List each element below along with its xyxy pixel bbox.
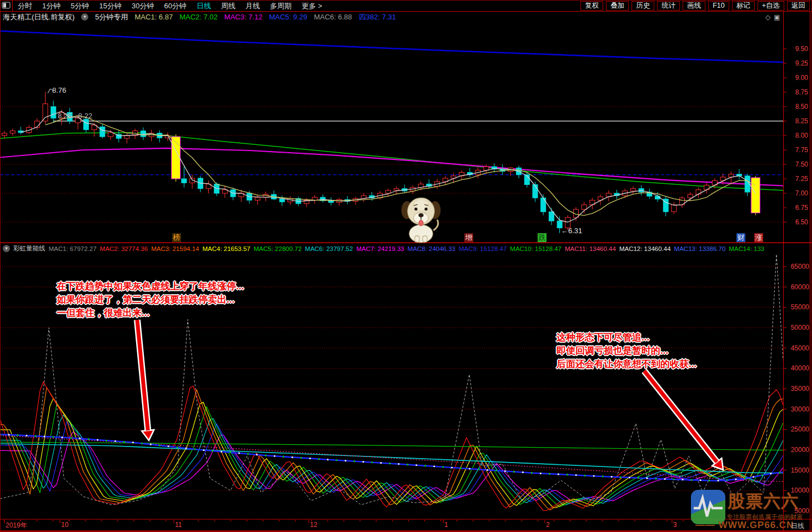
- toolbar-button[interactable]: 历史: [631, 1, 654, 11]
- toolbar-buttons: 复权叠加历史统计画线F10标记+自选返回: [578, 1, 812, 11]
- indicator-value: MAC12: 13460.44: [619, 245, 671, 252]
- toolbar-button[interactable]: 画线: [683, 1, 705, 11]
- volume-axis-label: 50000: [784, 324, 810, 332]
- marquee-char: 财: [736, 233, 745, 242]
- marquee-char: 涨: [754, 233, 763, 242]
- period-tabs: 分时1分钟5分钟15分钟30分钟60分钟日线周线月线多周期更多 >: [13, 0, 327, 11]
- toolbar-button[interactable]: 叠加: [606, 1, 629, 11]
- upper-chart-header: 海天精工(日线.前复权) ▾ 5分钟专用 MAC1: 6.87MAC2: 7.0…: [3, 12, 769, 22]
- annotation-line: 一但套住，很难出来...: [57, 307, 244, 320]
- volume-axis-label: 25000: [784, 425, 810, 433]
- period-corner-label: 日线: [791, 521, 804, 531]
- price-axis-label: 7.75: [785, 146, 810, 154]
- volume-axis-label: 10000: [784, 486, 810, 494]
- price-axis-label: 8.25: [785, 117, 810, 125]
- volume-axis-label: 30000: [784, 405, 810, 413]
- period-tab[interactable]: 5分钟: [66, 1, 94, 11]
- period-tab[interactable]: 更多 >: [297, 1, 327, 11]
- marquee-char: 跌: [538, 233, 547, 242]
- indicator-name: 5分钟专用: [95, 12, 128, 22]
- time-axis-label: 10: [61, 521, 68, 529]
- ma-green-line: [0, 133, 783, 190]
- time-axis: 2019年101112123: [0, 519, 812, 531]
- time-axis-label: 1: [444, 521, 448, 529]
- price-axis-label: 8.75: [785, 88, 810, 96]
- indicator-value: MAC2: 7.02: [179, 13, 218, 21]
- indicator-value: MAC3: 21594.14: [151, 245, 199, 252]
- chevron-down-icon[interactable]: ▾: [3, 245, 10, 252]
- toolbar-button[interactable]: +自选: [758, 1, 784, 11]
- price-axis-label: 8.00: [785, 132, 810, 139]
- volume-axis-label: 15000: [784, 466, 810, 474]
- ma-magenta-line: [0, 148, 783, 186]
- annotation-line: 即使回调亏损也是暂时的...: [557, 344, 696, 358]
- period-tab[interactable]: 30分钟: [127, 1, 159, 11]
- indicator-value: MAC11: 13460.44: [565, 245, 616, 252]
- maximize-icon[interactable]: ▣: [774, 13, 780, 21]
- window-layout-button[interactable]: [0, 1, 13, 11]
- price-axis-label: 7.25: [785, 175, 810, 183]
- indicator-value: MAC1: 6.87: [135, 13, 173, 21]
- price-axis-label: 6.75: [785, 204, 810, 212]
- chevron-down-icon[interactable]: ▾: [81, 13, 88, 21]
- peak-price-label: 8.76: [52, 86, 66, 94]
- time-axis-label: 3: [673, 521, 677, 529]
- indicator-value: MAC7: 24219.33: [356, 245, 404, 252]
- toolbar-button[interactable]: 标记: [732, 1, 755, 11]
- marquee-char: 增: [464, 233, 473, 242]
- indicator-value: MAC6: 23797.52: [305, 245, 353, 252]
- period-tab[interactable]: 分时: [13, 1, 37, 11]
- price-axis-label: 9.50: [785, 45, 810, 53]
- indicator-value: MAC9: 15128.47: [459, 245, 507, 252]
- indicator-value: MAC10: 15128.47: [510, 245, 562, 252]
- volume-axis-label: 35000: [784, 385, 810, 393]
- toolbar-button[interactable]: 统计: [657, 1, 680, 11]
- toolbar-button[interactable]: 复权: [580, 1, 603, 11]
- indicator-value: MAC13: 13386.70: [674, 245, 726, 252]
- period-tab[interactable]: 多周期: [265, 1, 297, 11]
- annotation-line: 后面还会有让你意想不到的收获...: [557, 358, 696, 371]
- annotation-line: 如果你跟进了，第二天必须要挂跌停卖出...: [57, 293, 244, 307]
- right-edge-line: [810, 0, 810, 532]
- magenta-dotted-line: [0, 435, 783, 481]
- price-axis-label: 7.00: [785, 189, 810, 197]
- period-tab[interactable]: 周线: [216, 1, 240, 11]
- toolbar-button[interactable]: F10: [708, 1, 729, 11]
- period-tab[interactable]: 月线: [240, 1, 265, 11]
- marquee-char: 榜: [172, 233, 181, 242]
- indicator-value: MAC4: 21653.57: [202, 245, 250, 252]
- indicator-value: MAC5: 9.29: [269, 13, 307, 21]
- upper-ref-lines: [0, 121, 783, 175]
- volume-axis-label: 40000: [784, 364, 810, 372]
- annotation-line: 在下跌趋势中如果灰色虚线上穿了年线涨停...: [57, 280, 244, 293]
- time-axis-label: 2019年: [6, 521, 27, 530]
- stock-title: 海天精工(日线.前复权): [3, 12, 74, 22]
- indicator-value: MAC14: 133: [729, 245, 764, 252]
- axis-divider-line: [783, 11, 784, 531]
- candle-ma-line: [21, 112, 755, 222]
- indicator-value: MAC3: 7.12: [224, 13, 263, 21]
- time-axis-label: 11: [175, 521, 182, 529]
- volume-axis-label: 20000: [784, 446, 810, 454]
- lower-chart-header: ▾ 彩虹量能线 MAC1: 67972.27MAC2: 32774.36MAC3…: [3, 244, 782, 253]
- indicator-value: MAC5: 22800.72: [254, 245, 302, 252]
- diamond-icon[interactable]: ◇: [765, 13, 770, 21]
- period-tab[interactable]: 1分钟: [37, 1, 66, 11]
- period-tab[interactable]: 15分钟: [94, 1, 126, 11]
- price-axis-label: 8.50: [785, 103, 810, 111]
- price-axis-label: 6.50: [785, 218, 810, 226]
- indicator-title: 彩虹量能线: [13, 244, 46, 253]
- period-tab[interactable]: 60分钟: [159, 1, 191, 11]
- dog-mascot: [398, 189, 444, 243]
- annotation-advice: 这种形态下可尽管追... 即使回调亏损也是暂时的... 后面还会有让你意想不到的…: [557, 331, 696, 371]
- top-menu-bar: 分时1分钟5分钟15分钟30分钟60分钟日线周线月线多周期更多 > 复权叠加历史…: [0, 0, 812, 12]
- period-tab[interactable]: 日线: [192, 1, 216, 11]
- window-layout-icon: [2, 2, 11, 9]
- annual-trend-line: [0, 31, 783, 62]
- low-price-label: ←6.31: [561, 227, 582, 235]
- toolbar-button[interactable]: 返回: [787, 1, 810, 11]
- time-axis-label: 2: [546, 521, 550, 529]
- indicator-value: MAC1: 67972.27: [49, 245, 97, 252]
- chart-canvas[interactable]: [0, 0, 812, 532]
- pane-corner-icons: ◇ ▣: [765, 13, 780, 21]
